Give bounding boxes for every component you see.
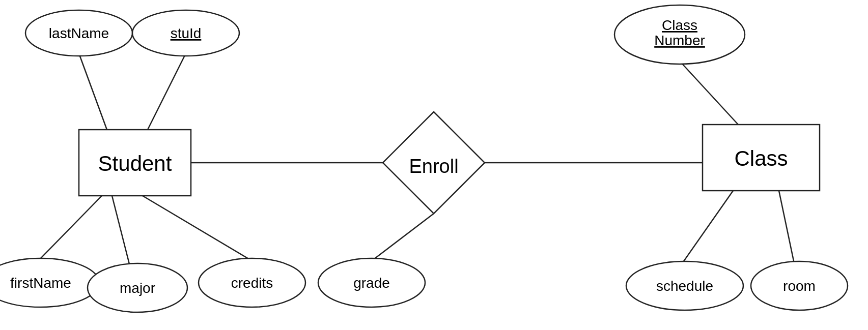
svg-line-7 xyxy=(372,214,434,261)
firstname-label: firstName xyxy=(10,275,71,291)
svg-line-8 xyxy=(680,61,738,125)
svg-line-4 xyxy=(38,196,102,261)
lastname-label: lastName xyxy=(49,25,109,41)
grade-label: grade xyxy=(353,275,390,291)
stuid-label: stuId xyxy=(171,25,202,41)
schedule-label: schedule xyxy=(656,278,713,294)
svg-line-10 xyxy=(779,191,794,263)
svg-line-9 xyxy=(682,191,733,263)
svg-line-5 xyxy=(112,196,130,266)
classnumber-label-line1: Class xyxy=(662,17,697,33)
class-label: Class xyxy=(734,146,788,170)
classnumber-label-line2: Number xyxy=(654,33,705,48)
svg-line-6 xyxy=(143,196,252,261)
enroll-label: Enroll xyxy=(409,156,458,177)
svg-line-1 xyxy=(148,53,186,130)
student-label: Student xyxy=(98,152,172,175)
room-label: room xyxy=(783,278,816,294)
credits-label: credits xyxy=(231,275,273,291)
er-diagram: Enroll Student Class lastName stuId firs… xyxy=(0,0,868,330)
svg-line-0 xyxy=(79,53,107,130)
major-label: major xyxy=(120,280,155,296)
